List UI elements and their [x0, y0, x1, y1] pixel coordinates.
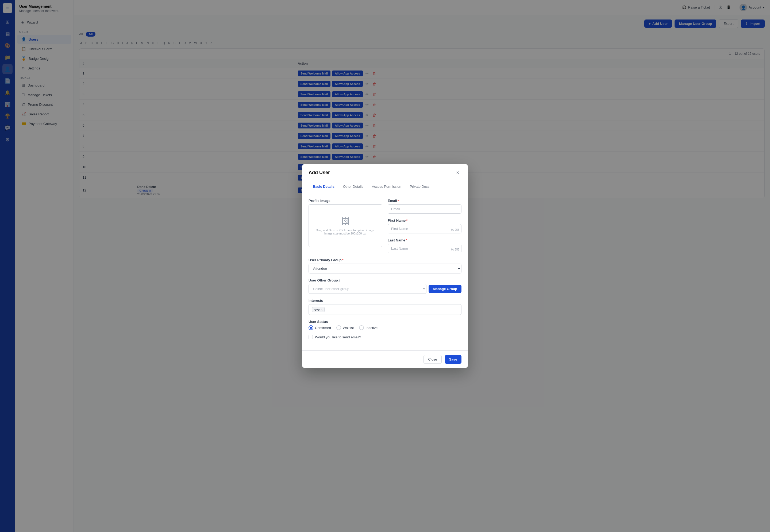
status-waitlist-label: Waitlist [343, 326, 354, 330]
status-confirmed[interactable]: Confirmed [309, 325, 331, 330]
send-email-label: Would you like to send email? [315, 335, 361, 339]
other-group-group: User Other Group ℹ Select user other gro… [309, 278, 461, 294]
manage-group-button[interactable]: Manage Group [429, 285, 461, 293]
modal-body: Profile Image 🖼 Drag and Drop or Click h… [302, 192, 468, 350]
tab-access-permission[interactable]: Access Permission [368, 181, 406, 192]
status-confirmed-label: Confirmed [315, 326, 331, 330]
modal-tabs: Basic Details Other Details Access Permi… [302, 181, 468, 192]
radio-confirmed-circle [309, 325, 313, 330]
lastname-char-count: 0 / 255 [451, 248, 459, 251]
tab-other-details[interactable]: Other Details [339, 181, 368, 192]
status-inactive-label: Inactive [365, 326, 378, 330]
user-status-label: User Status [309, 320, 461, 324]
other-group-select[interactable]: Select user other group [309, 284, 426, 294]
interests-label: Interests [309, 299, 461, 303]
status-inactive[interactable]: Inactive [359, 325, 378, 330]
modal-close-button[interactable]: × [454, 169, 461, 176]
other-group-info-icon: ℹ [339, 279, 340, 282]
add-user-modal: Add User × Basic Details Other Details A… [302, 164, 468, 368]
status-radio-group: Confirmed Waitlist Inactive [309, 325, 461, 330]
lastname-label: Last Name * [388, 238, 461, 242]
interests-tag-input[interactable]: event [309, 304, 461, 315]
user-status-group: User Status Confirmed Waitlist Inactive [309, 320, 461, 330]
firstname-label: First Name * [388, 218, 461, 222]
send-email-checkbox[interactable]: Would you like to send email? [309, 335, 461, 339]
primary-group-label: User Primary Group * [309, 258, 461, 262]
tab-private-docs[interactable]: Private Docs [406, 181, 434, 192]
interest-tag-event: event [312, 307, 325, 312]
send-email-checkbox-box [309, 335, 313, 339]
email-group: Email * [388, 199, 461, 214]
save-button[interactable]: Save [445, 355, 461, 364]
firstname-group: First Name * 0 / 255 [388, 218, 461, 233]
send-email-group: Would you like to send email? [309, 335, 461, 339]
primary-group-required: * [342, 258, 344, 262]
profile-image-label: Profile Image [309, 199, 382, 203]
image-upload-area[interactable]: 🖼 Drag and Drop or Click here to upload … [309, 204, 382, 247]
lastname-field[interactable] [388, 244, 461, 253]
profile-image-group: Profile Image 🖼 Drag and Drop or Click h… [309, 199, 382, 247]
form-top-row: Profile Image 🖼 Drag and Drop or Click h… [309, 199, 461, 258]
email-required: * [398, 199, 399, 203]
tab-basic-details[interactable]: Basic Details [309, 181, 339, 192]
firstname-input-wrap: 0 / 255 [388, 224, 461, 233]
radio-inactive-circle [359, 325, 364, 330]
modal-header: Add User × [302, 164, 468, 181]
name-email-col: Email * First Name * 0 / 255 [388, 199, 461, 258]
lastname-group: Last Name * 0 / 255 [388, 238, 461, 253]
status-waitlist[interactable]: Waitlist [336, 325, 354, 330]
radio-waitlist-circle [336, 325, 341, 330]
lastname-input-wrap: 0 / 255 [388, 244, 461, 253]
close-button[interactable]: Close [423, 355, 441, 364]
primary-group-group: User Primary Group * Attendee Speaker Sp… [309, 258, 461, 273]
modal-footer: Close Save [302, 350, 468, 368]
upload-icon: 🖼 [341, 217, 350, 226]
firstname-field[interactable] [388, 224, 461, 233]
email-field[interactable] [388, 204, 461, 214]
manage-group-btn-label: Manage Group [433, 287, 457, 291]
profile-image-col: Profile Image 🖼 Drag and Drop or Click h… [309, 199, 382, 258]
interests-group: Interests event [309, 299, 461, 315]
other-group-label: User Other Group ℹ [309, 278, 461, 282]
modal-overlay: Add User × Basic Details Other Details A… [0, 0, 770, 532]
email-label: Email * [388, 199, 461, 203]
lastname-required: * [406, 238, 407, 242]
firstname-required: * [406, 218, 407, 222]
primary-group-select[interactable]: Attendee Speaker Sponsor Staff [309, 264, 461, 273]
upload-hint: Drag and Drop or Click here to upload im… [313, 229, 378, 235]
firstname-char-count: 0 / 255 [451, 228, 459, 231]
modal-title: Add User [309, 170, 330, 175]
other-group-row: Select user other group Manage Group [309, 284, 461, 294]
